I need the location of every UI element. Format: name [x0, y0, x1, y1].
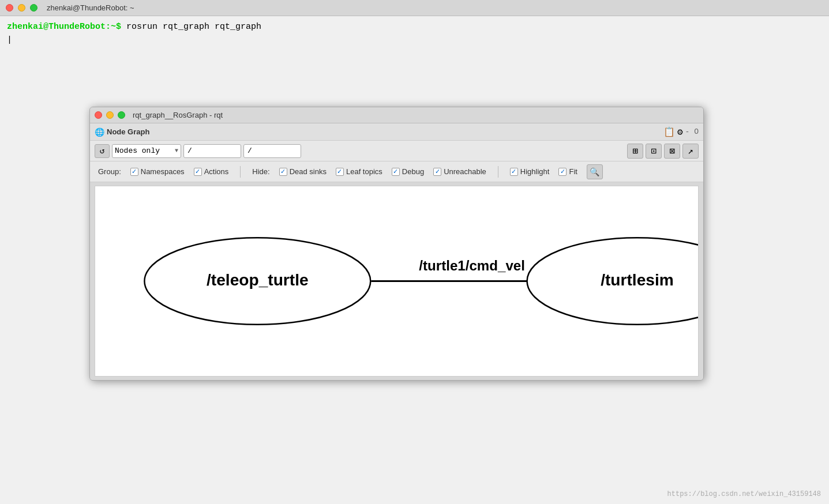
globe-icon: 🌐: [95, 127, 104, 137]
edge-label: /turtle1/cmd_vel: [419, 258, 525, 273]
actions-checkbox[interactable]: ✓: [194, 168, 202, 176]
fit-checkbox[interactable]: ✓: [558, 168, 567, 176]
node-teleop-turtle-label: /teleop_turtle: [207, 271, 309, 289]
qt-toolbar: ↺ Nodes only ▼ / / ⊞ ⊡ ⊠ ↗: [90, 141, 703, 161]
refresh-button[interactable]: ↺: [95, 144, 110, 158]
highlight-option[interactable]: ✓ Highlight: [510, 167, 550, 176]
qt-maximize-button[interactable]: [118, 111, 125, 119]
filter-input-1[interactable]: /: [183, 144, 241, 158]
layout-icon-3[interactable]: ⊠: [664, 144, 680, 159]
dead-sinks-option[interactable]: ✓ Dead sinks: [279, 167, 327, 176]
unreachable-option[interactable]: ✓ Unreachable: [433, 167, 486, 176]
namespaces-label: Namespaces: [141, 167, 185, 176]
terminal-command: rosrun rqt_graph rqt_graph: [121, 22, 261, 32]
debug-option[interactable]: ✓ Debug: [392, 167, 424, 176]
toolbar-left: ↺ Nodes only ▼ / /: [95, 144, 301, 158]
debug-label: Debug: [402, 167, 424, 176]
qt-close-button[interactable]: [95, 111, 102, 119]
nodes-only-dropdown[interactable]: Nodes only ▼: [112, 144, 181, 158]
dead-sinks-checkbox[interactable]: ✓: [279, 168, 287, 176]
leaf-topics-option[interactable]: ✓ Leaf topics: [336, 167, 382, 176]
debug-checkbox[interactable]: ✓: [392, 168, 400, 176]
terminal-titlebar: zhenkai@ThundeRobot: ~: [0, 0, 829, 16]
terminal-content: zhenkai@ThundeRobot:~$ rosrun rqt_graph …: [0, 16, 829, 51]
options-bar: Group: ✓ Namespaces ✓ Actions Hide: ✓ De…: [90, 161, 703, 182]
filter-input-2[interactable]: /: [243, 144, 301, 158]
leaf-topics-checkbox[interactable]: ✓: [336, 168, 344, 176]
maximize-button[interactable]: [30, 4, 37, 12]
export-icon[interactable]: ↗: [682, 144, 699, 159]
separator-1: [240, 166, 241, 178]
layout-icon-2[interactable]: ⊡: [646, 144, 662, 159]
hide-label: Hide:: [252, 167, 269, 176]
toolbar-right: ⊞ ⊡ ⊠ ↗: [627, 144, 699, 159]
qt-window: rqt_graph__RosGraph - rqt 🌐 Node Graph 📋…: [89, 107, 704, 381]
leaf-topics-label: Leaf topics: [346, 167, 382, 176]
unreachable-label: Unreachable: [444, 167, 486, 176]
highlight-checkbox[interactable]: ✓: [510, 168, 518, 176]
qt-minimize-button[interactable]: [106, 111, 114, 119]
graph-wrapper: /teleop_turtle /turtle1/cmd_vel /turtles…: [90, 182, 703, 380]
fit-label: Fit: [569, 167, 577, 176]
filter-input-1-value: /: [187, 146, 192, 155]
minimize-button[interactable]: [18, 4, 25, 12]
group-label: Group:: [98, 167, 121, 176]
actions-option[interactable]: ✓ Actions: [194, 167, 229, 176]
ng-label: 🌐 Node Graph: [95, 127, 149, 137]
separator-2: [498, 166, 498, 178]
layout-icon-1[interactable]: ⊞: [627, 144, 643, 159]
actions-label: Actions: [204, 167, 229, 176]
close-icon[interactable]: - O: [685, 127, 699, 136]
ng-label-area: 🌐 Node Graph 📋 ⚙ - O: [90, 123, 703, 141]
qt-titlebar: rqt_graph__RosGraph - rqt: [90, 107, 703, 123]
graph-area: /teleop_turtle /turtle1/cmd_vel /turtles…: [95, 186, 699, 377]
node-turtlesim-label: /turtlesim: [601, 271, 674, 289]
watermark: https://blog.csdn.net/weixin_43159148: [667, 490, 821, 498]
unreachable-checkbox[interactable]: ✓: [433, 168, 441, 176]
terminal-title: zhenkai@ThundeRobot: ~: [47, 3, 134, 12]
zoom-icon[interactable]: 🔍: [587, 164, 603, 179]
close-button[interactable]: [6, 4, 13, 12]
terminal-cursor: |: [7, 35, 12, 45]
dead-sinks-label: Dead sinks: [290, 167, 327, 176]
chevron-down-icon: ▼: [175, 148, 178, 154]
graph-svg: /teleop_turtle /turtle1/cmd_vel /turtles…: [95, 186, 698, 376]
highlight-label: Highlight: [520, 167, 550, 176]
ng-label-text: Node Graph: [107, 127, 149, 136]
qt-title: rqt_graph__RosGraph - rqt: [133, 111, 223, 119]
dropdown-value: Nodes only: [115, 146, 160, 155]
namespaces-option[interactable]: ✓ Namespaces: [130, 167, 185, 176]
copy-icon[interactable]: 📋: [663, 126, 675, 138]
fit-option[interactable]: ✓ Fit: [558, 167, 577, 176]
settings-icon[interactable]: ⚙: [677, 126, 683, 138]
namespaces-checkbox[interactable]: ✓: [130, 168, 138, 176]
terminal-prompt: zhenkai@ThundeRobot:~$: [7, 22, 121, 32]
ng-label-icons: 📋 ⚙ - O: [663, 126, 699, 138]
filter-input-2-value: /: [247, 146, 252, 155]
